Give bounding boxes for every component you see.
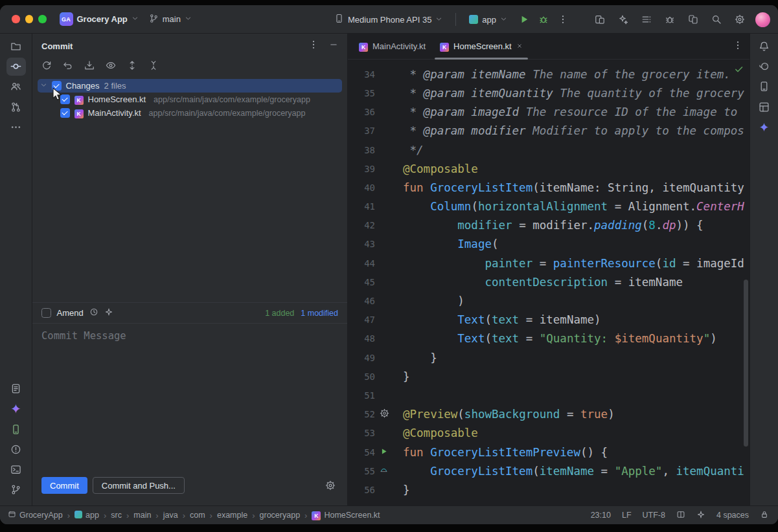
device-mirror-icon[interactable] — [592, 12, 608, 27]
breadcrumb-groceryapp[interactable]: groceryapp — [260, 511, 301, 520]
settings-icon[interactable] — [732, 12, 748, 27]
gemini-sparkle-icon[interactable] — [755, 118, 774, 136]
breadcrumb-java[interactable]: java — [163, 511, 178, 520]
modified-count: 1 modified — [301, 309, 338, 318]
commit-icon[interactable] — [6, 58, 26, 76]
shelve-icon[interactable] — [84, 60, 95, 73]
expand-chevron-icon[interactable] — [40, 81, 47, 91]
changed-file-row[interactable]: KHomeScreen.ktapp/src/main/java/com/exam… — [38, 93, 342, 106]
preview-icon[interactable] — [380, 465, 388, 477]
ai-actions-icon[interactable] — [615, 12, 631, 27]
search-icon[interactable] — [709, 12, 724, 27]
code-line: 35 * @param itemQuantity The quantity of… — [348, 83, 749, 102]
line-number: 33 — [348, 60, 375, 61]
line-number: 42 — [348, 220, 375, 230]
code-text: } — [403, 483, 749, 496]
reader-mode-icon[interactable] — [676, 510, 685, 521]
code-text: } — [403, 351, 749, 364]
file-checkbox[interactable] — [60, 94, 70, 104]
line-number: 50 — [348, 371, 375, 382]
users-icon[interactable] — [6, 78, 26, 96]
cursor-position[interactable]: 23:10 — [591, 511, 611, 520]
editor-scrollbar[interactable] — [744, 280, 748, 447]
changes-checkbox[interactable] — [52, 81, 62, 91]
commit-button[interactable]: Commit — [41, 477, 87, 494]
run-configuration-selector[interactable]: app — [464, 12, 512, 27]
commit-and-push-button[interactable]: Commit and Push... — [93, 477, 185, 494]
breadcrumb-HomeScreen.kt[interactable]: KHomeScreen.kt — [312, 511, 380, 520]
pull-request-icon[interactable] — [6, 98, 26, 116]
problems-icon[interactable] — [6, 440, 26, 458]
close-tab-icon[interactable] — [516, 41, 523, 51]
terminal-icon[interactable] — [6, 461, 26, 479]
collapse-all-icon[interactable] — [148, 60, 159, 73]
running-devices-icon[interactable] — [6, 420, 26, 438]
code-line: 48 Text(text = "Quantity: $itemQuantity"… — [348, 329, 749, 348]
breadcrumb-GroceryApp[interactable]: GroceryApp — [8, 510, 63, 520]
encoding[interactable]: UTF-8 — [643, 511, 665, 520]
close-window-button[interactable] — [12, 15, 20, 23]
run-button[interactable] — [516, 12, 532, 27]
debug-button[interactable] — [536, 12, 551, 27]
layout-inspector-icon[interactable] — [755, 98, 774, 116]
minimize-window-button[interactable] — [25, 15, 34, 23]
expand-all-icon[interactable] — [127, 60, 137, 73]
breadcrumb-src[interactable]: src — [111, 511, 122, 520]
more-run-options-icon[interactable] — [555, 12, 571, 27]
inspections-ok-icon[interactable] — [734, 64, 744, 76]
changes-group-row[interactable]: Changes 2 files — [38, 79, 342, 93]
indent-size[interactable]: 4 spaces — [716, 511, 749, 520]
breadcrumb-app[interactable]: app — [74, 511, 99, 520]
breadcrumb-main[interactable]: main — [133, 511, 151, 520]
device-manager-icon[interactable] — [755, 78, 774, 96]
preview-diff-icon[interactable] — [106, 60, 116, 73]
project-selector[interactable]: GA Grocery App — [54, 10, 144, 28]
changed-file-row[interactable]: KMainActivity.ktapp/src/main/java/com/ex… — [38, 106, 342, 120]
breadcrumb-label: HomeScreen.kt — [324, 511, 380, 520]
code-line: 56} — [348, 480, 749, 499]
breadcrumb-example[interactable]: example — [217, 511, 247, 520]
breadcrumb-com[interactable]: com — [190, 511, 205, 520]
tab-options-icon[interactable] — [733, 40, 743, 53]
code-text: * @param imageId The resource ID of the … — [403, 105, 749, 118]
commit-history-icon[interactable] — [89, 307, 98, 319]
profiler-icon[interactable] — [662, 12, 678, 27]
ai-sparkle-icon[interactable] — [696, 510, 705, 521]
titlebar-right — [592, 5, 770, 34]
status-bar-right: 23:10LFUTF-84 spaces — [591, 510, 769, 521]
commit-tool-window: Commit Changes 2 files KHomeScreen.ktapp… — [32, 34, 348, 505]
hide-panel-icon[interactable] — [329, 40, 338, 52]
refresh-icon[interactable] — [41, 60, 52, 73]
project-icon — [8, 510, 16, 520]
file-checkbox[interactable] — [60, 108, 70, 118]
logcat-icon[interactable] — [6, 380, 26, 398]
line-ending[interactable]: LF — [622, 511, 632, 520]
device-pair-icon[interactable] — [685, 12, 701, 27]
titlebar: GA Grocery App main Medium Phone API 35 … — [0, 5, 778, 34]
vcs-icon[interactable] — [6, 481, 26, 499]
code-text: * — [403, 60, 749, 62]
device-selector[interactable]: Medium Phone API 35 — [329, 11, 448, 28]
notifications-icon[interactable] — [755, 37, 774, 55]
branch-selector[interactable]: main — [144, 11, 197, 28]
task-list-icon[interactable] — [639, 12, 654, 27]
commit-options-gear-icon[interactable] — [323, 478, 338, 493]
user-avatar[interactable] — [755, 12, 770, 27]
code-text: Text(text = itemName) — [403, 313, 749, 326]
editor-tab-MainActivity.kt[interactable]: KMainActivity.kt — [352, 34, 433, 59]
commit-message-input[interactable]: Commit Message — [32, 323, 347, 472]
lock-icon[interactable] — [760, 510, 769, 521]
folder-icon[interactable] — [6, 37, 26, 55]
gradle-icon[interactable] — [755, 58, 774, 76]
gear-icon[interactable] — [380, 408, 389, 421]
more-icon[interactable] — [6, 118, 26, 136]
commit-panel-options-icon[interactable] — [308, 39, 319, 52]
rollback-icon[interactable] — [63, 60, 73, 73]
run-icon[interactable] — [380, 447, 388, 458]
zoom-window-button[interactable] — [38, 15, 47, 23]
breadcrumb-separator: › — [67, 511, 70, 520]
gemini-icon[interactable] — [6, 400, 26, 418]
editor-tab-HomeScreen.kt[interactable]: KHomeScreen.kt — [433, 34, 530, 59]
generate-message-icon[interactable] — [104, 307, 113, 319]
amend-checkbox[interactable] — [41, 308, 51, 318]
